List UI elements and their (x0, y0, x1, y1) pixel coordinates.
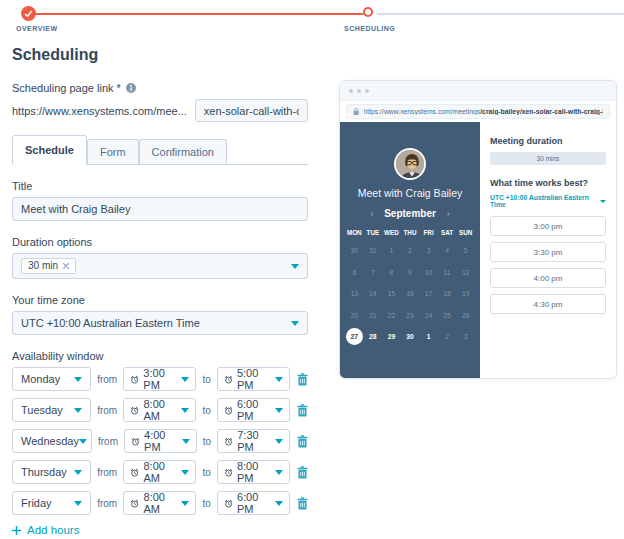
from-label: from (96, 436, 120, 447)
calendar-day[interactable]: 28 (364, 328, 381, 345)
title-input[interactable] (12, 197, 308, 221)
delete-hours-button[interactable] (294, 373, 308, 386)
alarm-clock-icon (224, 498, 233, 509)
page-title: Scheduling (12, 46, 308, 64)
alarm-clock-icon (224, 436, 233, 447)
delete-hours-button[interactable] (294, 466, 308, 479)
step-scheduling-circle[interactable] (363, 7, 373, 17)
to-label: to (200, 467, 212, 478)
chevron-down-icon (600, 200, 606, 203)
start-time-select[interactable]: 8:00 AM (123, 398, 196, 422)
delete-hours-button[interactable] (294, 435, 308, 448)
calendar-day: 15 (383, 285, 400, 302)
day-select[interactable]: Tuesday (12, 398, 91, 422)
preview-url-plain: https://www.xensystems.com/meetings (364, 108, 481, 115)
prev-month-icon[interactable]: ‹ (370, 209, 373, 219)
day-select-value: Friday (21, 497, 52, 509)
step-overview-circle[interactable] (21, 6, 36, 21)
browser-dot (349, 89, 353, 93)
time-slot-button[interactable]: 3:30 pm (490, 242, 606, 262)
delete-hours-button[interactable] (294, 497, 308, 510)
day-select[interactable]: Wednesday (12, 429, 92, 453)
calendar-day: 2 (439, 328, 456, 345)
preview-body: Meet with Craig Bailey ‹ September › MON… (340, 122, 616, 378)
calendar-day: 1 (383, 242, 400, 259)
calendar-day: 9 (401, 264, 418, 281)
alarm-clock-icon (130, 467, 139, 478)
calendar-day: 17 (420, 285, 437, 302)
preview-timezone-label: UTC +10:00 Australian Eastern Time (490, 194, 597, 208)
day-select[interactable]: Thursday (12, 460, 91, 484)
title-field: Title (12, 180, 308, 221)
calendar-day: 22 (383, 307, 400, 324)
end-time-select[interactable]: 6:00 PM (217, 398, 290, 422)
availability-row: Mondayfrom3:00 PMto5:00 PM (12, 367, 308, 391)
end-time-select[interactable]: 5:00 PM (217, 367, 290, 391)
timezone-value: UTC +10:00 Australian Eastern Time (21, 317, 200, 329)
time-slot-button[interactable]: 4:30 pm (490, 294, 606, 314)
calendar-day: 21 (364, 307, 381, 324)
editor-tabs: Schedule Form Confirmation (12, 135, 308, 165)
duration-select[interactable]: 30 min (12, 253, 308, 279)
page-link-label-row: Scheduling page link * (12, 82, 308, 94)
step-scheduling-label: SCHEDULING (344, 25, 395, 32)
calendar-day[interactable]: 29 (383, 328, 400, 345)
browser-dot (365, 89, 369, 93)
weekday-label: FRI (419, 229, 438, 236)
calendar-day[interactable]: 27 (346, 328, 363, 345)
next-month-icon[interactable]: › (447, 209, 450, 219)
chevron-down-icon (79, 439, 87, 444)
preview-timezone-select[interactable]: UTC +10:00 Australian Eastern Time (490, 194, 606, 208)
availability-row: Wednesdayfrom4:00 PMto7:30 PM (12, 429, 308, 453)
chevron-down-icon (181, 408, 189, 413)
remove-tag-icon[interactable] (63, 263, 69, 269)
calendar-day: 11 (439, 264, 456, 281)
tab-confirmation[interactable]: Confirmation (139, 139, 227, 164)
timezone-select[interactable]: UTC +10:00 Australian Eastern Time (12, 311, 308, 335)
time-slot-button[interactable]: 4:00 pm (490, 268, 606, 288)
start-time-select[interactable]: 3:00 PM (123, 367, 196, 391)
end-time-select[interactable]: 6:00 PM (217, 491, 290, 515)
chevron-down-icon (291, 321, 299, 326)
availability-row: Tuesdayfrom8:00 AMto6:00 PM (12, 398, 308, 422)
calendar-day[interactable]: 1 (420, 328, 437, 345)
end-time-select[interactable]: 8:00 PM (217, 460, 290, 484)
chevron-down-icon (275, 408, 283, 413)
time-slot-button[interactable]: 3:00 pm (490, 216, 606, 236)
chevron-down-icon (74, 501, 82, 506)
start-time-select[interactable]: 8:00 AM (123, 460, 196, 484)
calendar-day[interactable]: 30 (401, 328, 418, 345)
weekday-label: SUN (456, 229, 475, 236)
start-time-select[interactable]: 4:00 PM (124, 429, 197, 453)
trash-icon (297, 497, 308, 510)
end-time-value: 5:00 PM (237, 367, 271, 391)
add-hours-button[interactable]: Add hours (12, 524, 308, 536)
trash-icon (297, 373, 308, 386)
duration-tag-label: 30 min (28, 261, 58, 271)
calendar-day: 5 (457, 242, 474, 259)
calendar-day: 8 (383, 264, 400, 281)
end-time-select[interactable]: 7:30 PM (217, 429, 290, 453)
to-label: to (200, 405, 212, 416)
duration-pill-button[interactable]: 30 mins (490, 152, 606, 165)
calendar-day: 19 (457, 285, 474, 302)
timezone-label: Your time zone (12, 294, 85, 306)
alarm-clock-icon (224, 467, 233, 478)
page-link-slug-input[interactable] (195, 99, 308, 122)
calendar-day: 3 (420, 242, 437, 259)
weekday-label: TUE (364, 229, 383, 236)
browser-chrome (340, 81, 616, 101)
scheduling-setup-page: OVERVIEW SCHEDULING Scheduling Schedulin… (0, 0, 624, 539)
trash-icon (297, 404, 308, 417)
calendar-day: 10 (420, 264, 437, 281)
tab-schedule[interactable]: Schedule (12, 135, 87, 165)
preview-url: https://www.xensystems.com/meetings/crai… (364, 108, 604, 115)
start-time-select[interactable]: 8:00 AM (123, 491, 196, 515)
delete-hours-button[interactable] (294, 404, 308, 417)
avatar (394, 148, 426, 180)
calendar-day: 24 (420, 307, 437, 324)
day-select[interactable]: Monday (12, 367, 91, 391)
tab-form[interactable]: Form (87, 139, 139, 164)
alarm-clock-icon (224, 405, 233, 416)
day-select[interactable]: Friday (12, 491, 91, 515)
